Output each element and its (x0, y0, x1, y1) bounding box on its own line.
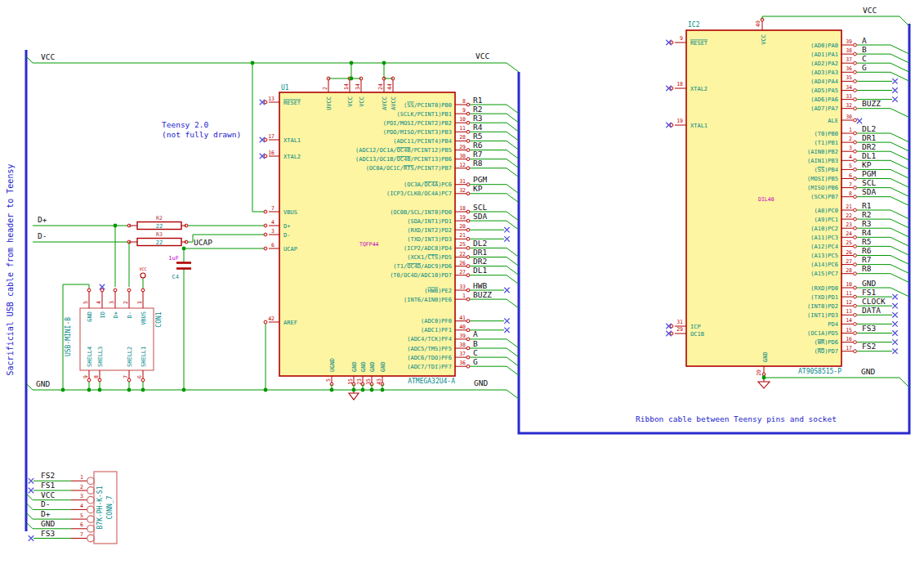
net-label-gnd-left[interactable]: GND (36, 379, 50, 388)
net-label[interactable]: R5 (473, 132, 482, 141)
net-label[interactable]: D- (41, 499, 50, 508)
net-label-vcc-mid[interactable]: VCC (475, 51, 489, 60)
net-label-ucap[interactable]: UCAP (194, 238, 212, 247)
net-label[interactable]: D+ (41, 509, 51, 518)
bus-entry[interactable] (891, 45, 909, 54)
net-label[interactable]: DL1 (473, 266, 487, 275)
net-label[interactable]: DATA (862, 306, 881, 315)
net-label[interactable]: FS2 (41, 471, 55, 480)
c4-capacitor[interactable] (176, 263, 191, 269)
net-label[interactable]: R4 (473, 123, 483, 132)
net-label[interactable]: KP (862, 160, 872, 169)
u1-value[interactable]: ATMEGA32U4-A (408, 378, 455, 385)
net-label-dplus[interactable]: D+ (38, 215, 47, 224)
net-label[interactable]: A (862, 36, 867, 45)
net-label[interactable]: G (473, 357, 478, 366)
net-label[interactable]: SCL (473, 203, 487, 212)
bus-entry[interactable] (507, 114, 519, 123)
bus-entry[interactable] (891, 210, 909, 219)
net-label[interactable]: DL1 (862, 151, 876, 160)
bus-entry[interactable] (507, 141, 519, 150)
net-label[interactable]: DL2 (862, 124, 876, 133)
ic2-value[interactable]: AT90S8515-P (798, 368, 841, 375)
bus-entry[interactable] (507, 132, 519, 141)
ic2-reference[interactable]: IC2 (688, 21, 700, 29)
bus-entry[interactable] (891, 63, 909, 72)
net-label[interactable]: GND (862, 279, 876, 288)
net-label[interactable]: R7 (473, 150, 482, 159)
bus-entry[interactable] (891, 109, 909, 118)
conn7-reference[interactable]: CONN_7 (106, 495, 114, 519)
net-label[interactable]: FS1 (41, 481, 55, 490)
bus-entry[interactable] (507, 366, 519, 375)
bus-entry[interactable] (891, 188, 909, 197)
net-label[interactable]: R2 (862, 210, 871, 219)
net-label[interactable]: R4 (862, 228, 872, 237)
net-label[interactable]: HWB (473, 281, 487, 290)
r3-value[interactable]: 22 (156, 239, 163, 246)
bus-entry[interactable] (891, 246, 909, 255)
net-label[interactable]: FS3 (862, 324, 876, 333)
net-label[interactable]: R8 (473, 159, 483, 168)
net-label[interactable]: R2 (473, 105, 482, 114)
bus-entry[interactable] (891, 179, 909, 188)
net-label[interactable]: R1 (862, 201, 872, 210)
bus-entry[interactable] (891, 54, 909, 63)
u1-reference[interactable]: U1 (281, 84, 289, 92)
net-label[interactable]: R6 (473, 141, 483, 150)
bus-entry[interactable] (507, 105, 519, 114)
net-label[interactable]: SDA (862, 187, 876, 196)
bus-entry[interactable] (507, 212, 519, 221)
bus-entry[interactable] (507, 257, 519, 266)
net-label[interactable]: FS2 (862, 342, 876, 351)
bus-entry[interactable] (891, 151, 909, 160)
net-label[interactable]: DR2 (862, 142, 876, 151)
c4-value[interactable]: 1uF (168, 255, 179, 262)
net-label[interactable]: R6 (862, 246, 872, 255)
conn7-value[interactable]: B7K-PH-K-S1 (96, 486, 104, 529)
bus-entry[interactable] (891, 274, 909, 283)
net-label-vcc-left[interactable]: VCC (41, 52, 55, 61)
net-label[interactable]: KP (473, 184, 483, 193)
net-label[interactable]: B (473, 339, 478, 348)
bus-entry[interactable] (891, 228, 909, 237)
bus-entry[interactable] (507, 248, 519, 257)
bus-entry[interactable] (891, 169, 909, 178)
net-label[interactable]: R7 (862, 255, 871, 264)
net-label[interactable]: FS1 (862, 288, 876, 297)
net-label[interactable]: PGM (473, 175, 487, 184)
net-label-dminus[interactable]: D- (38, 231, 47, 240)
bus-entry[interactable] (507, 168, 519, 177)
net-label[interactable]: R1 (473, 96, 483, 105)
bus-entry[interactable] (507, 266, 519, 275)
ic2-footprint[interactable]: DIL40 (758, 196, 774, 203)
net-label[interactable]: FS3 (41, 529, 55, 538)
bus-entry[interactable] (507, 123, 519, 132)
net-label[interactable]: GND (41, 519, 55, 528)
bus-entry[interactable] (507, 299, 519, 308)
net-label[interactable]: DR2 (473, 257, 487, 266)
bus-entry[interactable] (891, 237, 909, 246)
bus-entry[interactable] (891, 219, 909, 228)
bus-entry[interactable] (891, 160, 909, 169)
r2-value[interactable]: 22 (156, 223, 163, 230)
net-label[interactable]: B (862, 45, 867, 54)
net-label[interactable]: SCL (862, 178, 876, 187)
bus-entry[interactable] (507, 339, 519, 348)
c4-reference[interactable]: C4 (172, 274, 179, 280)
r2-reference[interactable]: R2 (156, 215, 163, 222)
net-label[interactable]: C (862, 54, 867, 63)
u1-footprint[interactable]: TQFP44 (359, 241, 379, 248)
net-label[interactable]: VCC (41, 490, 55, 499)
net-label[interactable]: A (473, 329, 478, 338)
net-label[interactable]: R3 (473, 114, 482, 123)
con1-reference[interactable]: CON1 (155, 311, 163, 327)
net-label-gnd-right[interactable]: GND (861, 367, 875, 376)
con1-value[interactable]: USB-MINI-B (65, 317, 72, 356)
bus-entry[interactable] (899, 378, 909, 387)
net-label[interactable]: DR1 (862, 133, 876, 142)
bus-entry[interactable] (891, 256, 909, 265)
net-label[interactable]: DL2 (473, 239, 487, 248)
net-label[interactable]: R5 (862, 237, 871, 246)
net-label-vcc-topright[interactable]: VCC (863, 6, 877, 15)
